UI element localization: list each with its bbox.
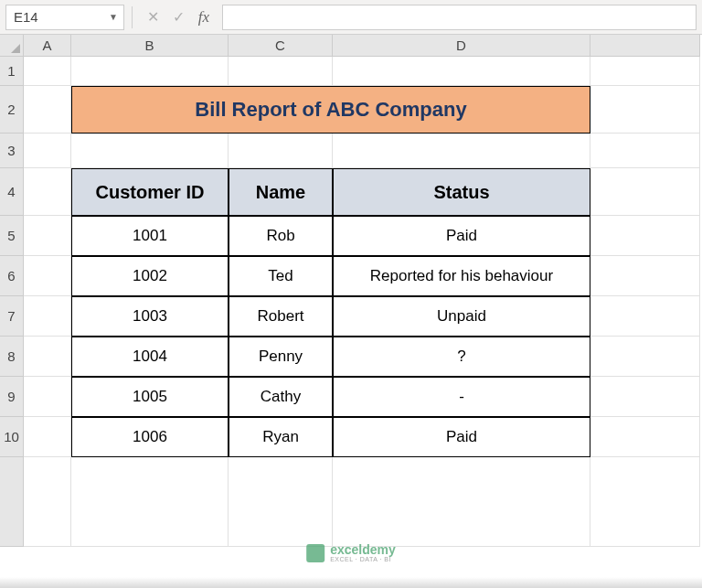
formula-bar: E14 ▼ ✕ ✓ fx bbox=[0, 0, 702, 35]
row-header-6[interactable]: 6 bbox=[0, 256, 24, 296]
data-status-1003[interactable]: Unpaid bbox=[333, 296, 590, 337]
cell-E8[interactable] bbox=[590, 337, 700, 377]
cell-A1[interactable] bbox=[24, 57, 71, 86]
column-header-D[interactable]: D bbox=[333, 35, 590, 57]
data-status-1006[interactable]: Paid bbox=[333, 417, 590, 457]
cell-E9[interactable] bbox=[590, 377, 700, 417]
fx-icon[interactable]: fx bbox=[191, 5, 217, 30]
divider bbox=[132, 6, 133, 28]
cell-B11[interactable] bbox=[71, 457, 229, 547]
cell-C11[interactable] bbox=[229, 457, 333, 547]
column-header-A[interactable]: A bbox=[24, 35, 71, 57]
watermark-text: exceldemy EXCEL · DATA · BI bbox=[330, 543, 396, 562]
name-box-dropdown-icon[interactable]: ▼ bbox=[109, 12, 123, 22]
data-name-1004[interactable]: Penny bbox=[229, 337, 333, 377]
cell-D1[interactable] bbox=[333, 57, 590, 86]
column-header-blank[interactable] bbox=[590, 35, 700, 57]
cell-E10[interactable] bbox=[590, 417, 700, 457]
row-header-8[interactable]: 8 bbox=[0, 337, 24, 377]
title-cell[interactable]: Bill Report of ABC Company bbox=[71, 86, 590, 134]
row-header-blank[interactable] bbox=[0, 457, 24, 547]
row-header-1[interactable]: 1 bbox=[0, 57, 24, 86]
cell-E4[interactable] bbox=[590, 168, 700, 216]
select-all-corner[interactable] bbox=[0, 35, 24, 57]
row-header-7[interactable]: 7 bbox=[0, 296, 24, 337]
cancel-icon: ✕ bbox=[140, 5, 165, 30]
data-name-1003[interactable]: Robert bbox=[229, 296, 333, 337]
cell-C3[interactable] bbox=[229, 134, 333, 168]
cell-D11[interactable] bbox=[333, 457, 590, 547]
name-box-value: E14 bbox=[14, 9, 38, 25]
data-name-1006[interactable]: Ryan bbox=[229, 417, 333, 457]
cell-E6[interactable] bbox=[590, 256, 700, 296]
confirm-icon: ✓ bbox=[165, 5, 191, 30]
column-headers: ABCD bbox=[24, 35, 700, 57]
data-name-1002[interactable]: Ted bbox=[229, 256, 333, 296]
row-header-5[interactable]: 5 bbox=[0, 216, 24, 256]
data-id-1006[interactable]: 1006 bbox=[71, 417, 229, 457]
watermark-brand: exceldemy bbox=[330, 543, 396, 556]
header-status[interactable]: Status bbox=[333, 168, 590, 216]
data-id-1002[interactable]: 1002 bbox=[71, 256, 229, 296]
cell-E2[interactable] bbox=[590, 86, 700, 134]
cell-B1[interactable] bbox=[71, 57, 229, 86]
column-header-C[interactable]: C bbox=[229, 35, 333, 57]
cell-A4[interactable] bbox=[24, 168, 71, 216]
watermark: exceldemy EXCEL · DATA · BI bbox=[306, 543, 396, 562]
data-status-1001[interactable]: Paid bbox=[333, 216, 590, 256]
cell-C1[interactable] bbox=[229, 57, 333, 86]
row-header-2[interactable]: 2 bbox=[0, 86, 24, 134]
data-status-1005[interactable]: - bbox=[333, 377, 590, 417]
row-header-3[interactable]: 3 bbox=[0, 134, 24, 168]
data-id-1005[interactable]: 1005 bbox=[71, 377, 229, 417]
header-name[interactable]: Name bbox=[229, 168, 333, 216]
cell-A8[interactable] bbox=[24, 337, 71, 377]
cell-E3[interactable] bbox=[590, 134, 700, 168]
data-id-1004[interactable]: 1004 bbox=[71, 337, 229, 377]
row-headers: 12345678910 bbox=[0, 57, 24, 547]
row-header-4[interactable]: 4 bbox=[0, 168, 24, 216]
cell-E7[interactable] bbox=[590, 296, 700, 337]
name-box[interactable]: E14 ▼ bbox=[5, 5, 124, 30]
data-name-1005[interactable]: Cathy bbox=[229, 377, 333, 417]
cell-E11[interactable] bbox=[590, 457, 700, 547]
data-status-1004[interactable]: ? bbox=[333, 337, 590, 377]
cell-E5[interactable] bbox=[590, 216, 700, 256]
row-header-10[interactable]: 10 bbox=[0, 417, 24, 457]
data-status-1002[interactable]: Reported for his behaviour bbox=[333, 256, 590, 296]
formula-input[interactable] bbox=[222, 5, 697, 30]
cells-container: Bill Report of ABC CompanyCustomer IDNam… bbox=[24, 57, 700, 547]
cell-A11[interactable] bbox=[24, 457, 71, 547]
cell-A5[interactable] bbox=[24, 216, 71, 256]
cell-E1[interactable] bbox=[590, 57, 700, 86]
cell-B3[interactable] bbox=[71, 134, 229, 168]
data-id-1001[interactable]: 1001 bbox=[71, 216, 229, 256]
cell-A2[interactable] bbox=[24, 86, 71, 134]
watermark-logo-icon bbox=[306, 544, 324, 562]
cell-D3[interactable] bbox=[333, 134, 590, 168]
data-name-1001[interactable]: Rob bbox=[229, 216, 333, 256]
cell-A3[interactable] bbox=[24, 134, 71, 168]
cell-A9[interactable] bbox=[24, 377, 71, 417]
cell-A6[interactable] bbox=[24, 256, 71, 296]
row-header-9[interactable]: 9 bbox=[0, 377, 24, 417]
cell-A10[interactable] bbox=[24, 417, 71, 457]
column-header-B[interactable]: B bbox=[71, 35, 229, 57]
watermark-tag: EXCEL · DATA · BI bbox=[330, 556, 396, 562]
bottom-shadow bbox=[0, 577, 702, 588]
cell-A7[interactable] bbox=[24, 296, 71, 337]
header-customer-id[interactable]: Customer ID bbox=[71, 168, 229, 216]
data-id-1003[interactable]: 1003 bbox=[71, 296, 229, 337]
